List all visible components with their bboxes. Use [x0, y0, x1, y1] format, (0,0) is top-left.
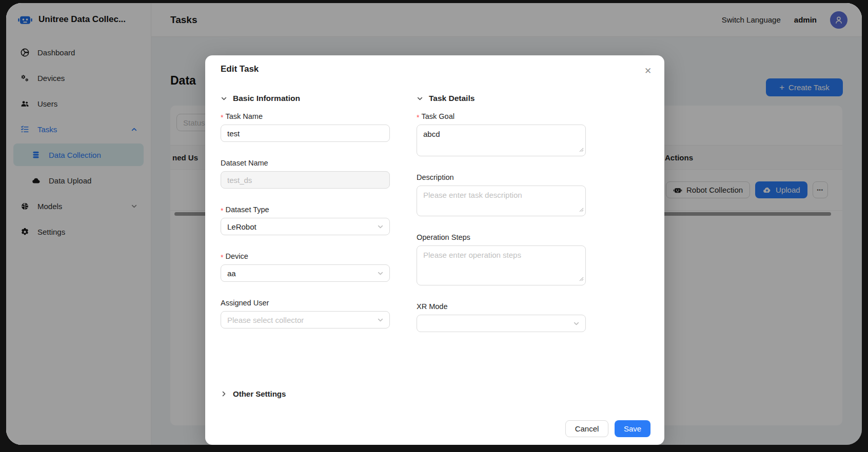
section-title: Basic Information — [233, 94, 300, 103]
label-text: Operation Steps — [417, 233, 470, 241]
dataset-type-select[interactable]: LeRobot — [221, 218, 390, 235]
label-text: Task Goal — [421, 112, 454, 120]
required-marker: * — [221, 207, 223, 214]
field-device: * Device aa — [221, 252, 390, 282]
label-text: Description — [417, 173, 454, 181]
field-label: * Device — [221, 252, 390, 260]
required-marker: * — [221, 114, 223, 121]
label-text: Device — [225, 252, 248, 260]
label-text: Assigned User — [221, 299, 269, 307]
cancel-button[interactable]: Cancel — [565, 420, 608, 437]
section-title: Other Settings — [233, 389, 286, 398]
field-label: * Dataset Type — [221, 205, 390, 214]
task-details-column: Task Details * Task Goal abcd Descriptio… — [417, 93, 586, 348]
field-dataset-type: * Dataset Type LeRobot — [221, 205, 390, 235]
chevron-down-icon — [377, 270, 384, 277]
field-label: * Task Goal — [417, 112, 586, 120]
chevron-down-icon — [221, 95, 227, 102]
field-xr-mode: XR Mode — [417, 302, 586, 332]
required-marker: * — [221, 254, 223, 261]
label-text: Task Name — [225, 112, 263, 120]
field-task-goal: * Task Goal abcd — [417, 112, 586, 156]
basic-information-column: Basic Information * Task Name Dataset Na… — [221, 93, 390, 345]
edit-task-modal: Edit Task ✕ Basic Information * Task Nam… — [205, 55, 664, 445]
field-label: XR Mode — [417, 302, 586, 311]
section-other-settings[interactable]: Other Settings — [221, 389, 286, 398]
description-textarea[interactable] — [417, 186, 586, 216]
assigned-user-select[interactable]: Please select collector — [221, 311, 390, 328]
field-assigned-user: Assigned User Please select collector — [221, 298, 390, 328]
save-button[interactable]: Save — [615, 420, 650, 437]
field-dataset-name: Dataset Name — [221, 158, 390, 189]
required-marker: * — [417, 114, 419, 121]
selected-value: LeRobot — [227, 222, 257, 231]
section-task-details[interactable]: Task Details — [417, 93, 586, 104]
field-description: Description — [417, 173, 586, 216]
app-window: Unitree Data Collec... Dashboard Devices… — [6, 3, 862, 445]
task-goal-textarea[interactable]: abcd — [417, 125, 586, 156]
chevron-right-icon — [221, 391, 227, 397]
task-name-input[interactable] — [221, 125, 390, 142]
field-task-name: * Task Name — [221, 112, 390, 142]
chevron-down-icon — [377, 317, 384, 323]
field-operation-steps: Operation Steps — [417, 233, 586, 285]
section-title: Task Details — [429, 94, 475, 103]
label-text: Dataset Type — [225, 206, 269, 214]
field-label: Assigned User — [221, 298, 390, 307]
modal-title: Edit Task — [221, 64, 259, 74]
xr-mode-select[interactable] — [417, 315, 586, 332]
operation-steps-textarea[interactable] — [417, 245, 586, 285]
chevron-down-icon — [417, 95, 423, 102]
modal-footer: Cancel Save — [565, 420, 650, 437]
field-label: Description — [417, 173, 586, 181]
field-label: * Task Name — [221, 112, 390, 120]
dataset-name-input — [221, 171, 390, 189]
field-label: Dataset Name — [221, 158, 390, 167]
section-basic-information[interactable]: Basic Information — [221, 93, 390, 104]
close-icon[interactable]: ✕ — [641, 64, 655, 78]
selected-value: aa — [227, 269, 236, 278]
chevron-down-icon — [377, 223, 384, 230]
label-text: Dataset Name — [221, 159, 268, 167]
device-select[interactable]: aa — [221, 264, 390, 282]
field-label: Operation Steps — [417, 233, 586, 241]
select-placeholder: Please select collector — [227, 316, 304, 324]
chevron-down-icon — [573, 320, 580, 327]
label-text: XR Mode — [417, 302, 447, 311]
